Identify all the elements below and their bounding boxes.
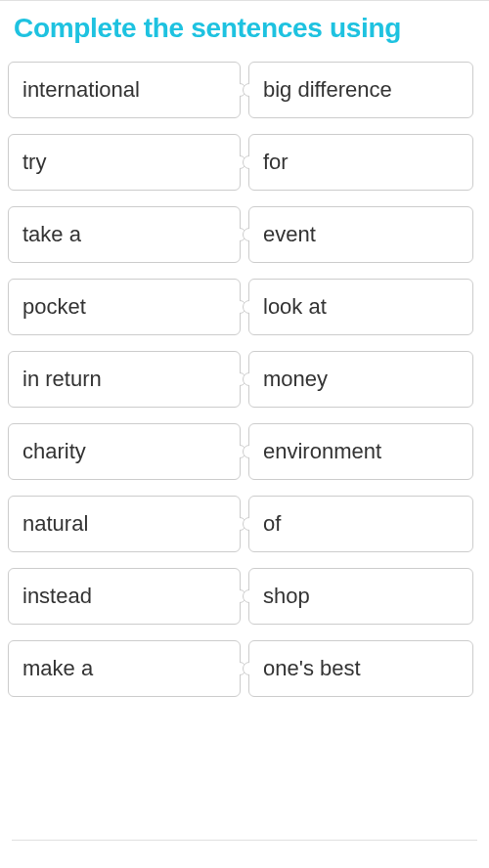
word-card[interactable]: environment [248, 423, 473, 480]
exercise-title: Complete the sentences using [0, 0, 489, 62]
word-card[interactable]: big difference [248, 62, 473, 118]
divider [12, 840, 477, 841]
word-card[interactable]: in return [8, 351, 241, 408]
word-card[interactable]: natural [8, 496, 241, 552]
word-card[interactable]: event [248, 206, 473, 263]
word-card[interactable]: take a [8, 206, 241, 263]
word-card[interactable]: of [248, 496, 473, 552]
word-card[interactable]: one's best [248, 640, 473, 697]
word-card[interactable]: look at [248, 279, 473, 335]
word-card[interactable]: money [248, 351, 473, 408]
word-card[interactable]: try [8, 134, 241, 191]
word-card[interactable]: pocket [8, 279, 241, 335]
right-column: big difference for event look at money e… [248, 62, 481, 697]
matching-grid: international try take a pocket in retur… [0, 62, 489, 697]
word-card[interactable]: instead [8, 568, 241, 625]
word-card[interactable]: shop [248, 568, 473, 625]
word-card[interactable]: for [248, 134, 473, 191]
word-card[interactable]: make a [8, 640, 241, 697]
word-card[interactable]: charity [8, 423, 241, 480]
left-column: international try take a pocket in retur… [8, 62, 241, 697]
word-card[interactable]: international [8, 62, 241, 118]
